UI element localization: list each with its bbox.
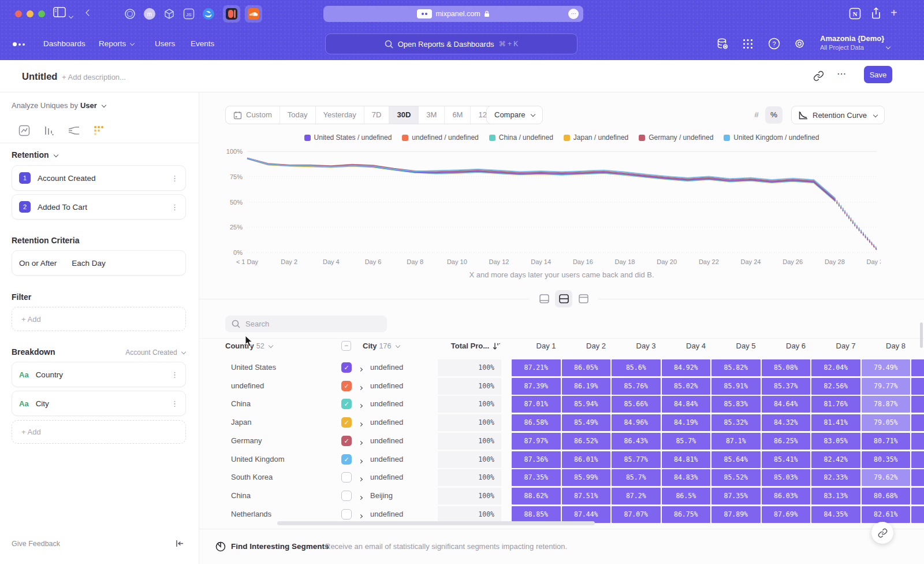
column-day-3[interactable]: Day 3 xyxy=(612,342,661,350)
retention-cell-partial[interactable] xyxy=(911,414,924,431)
legend-item[interactable]: Germany / undefined xyxy=(639,133,713,142)
retention-cell-day-2[interactable]: 86.19% xyxy=(562,378,611,395)
close-window-button[interactable] xyxy=(15,10,22,17)
table-row[interactable]: South Koreaundefined100%87.35%85.99%85.7… xyxy=(199,469,924,486)
percent-toggle[interactable]: % xyxy=(765,106,783,124)
retention-step-2[interactable]: 2 Added To Cart ⋮ xyxy=(12,194,186,220)
range-button-6m[interactable]: 6M xyxy=(444,106,470,124)
row-checkbox-checked[interactable]: ✓ xyxy=(341,417,352,428)
breakdown-city[interactable]: Aa City ⋮ xyxy=(12,391,186,416)
save-button[interactable]: Save xyxy=(864,66,892,83)
retention-cell-day-3[interactable]: 87.07% xyxy=(612,506,661,523)
kebab-menu-icon[interactable]: ⋮ xyxy=(171,203,178,212)
retention-criteria-card[interactable]: On or After Each Day xyxy=(12,250,186,276)
range-button-7d[interactable]: 7D xyxy=(364,106,389,124)
favicon-timer-icon[interactable] xyxy=(122,6,137,21)
absolute-numbers-toggle[interactable]: # xyxy=(748,106,765,124)
favicon-m-icon[interactable]: m xyxy=(142,6,157,21)
split-view-button[interactable] xyxy=(555,290,572,307)
expand-chevron-icon[interactable] xyxy=(359,474,362,484)
retention-cell-partial[interactable] xyxy=(911,506,924,523)
range-button-today[interactable]: Today xyxy=(280,106,315,124)
retention-cell-day-8[interactable]: 79.05% xyxy=(862,414,911,431)
address-bar[interactable]: mixpanel.com ⋯ xyxy=(323,6,583,22)
retention-cell-day-7[interactable]: 81.76% xyxy=(811,396,860,413)
notion-extension-icon[interactable]: N xyxy=(849,8,861,22)
retention-cell-day-4[interactable]: 84.81% xyxy=(662,451,711,468)
row-checkbox-unchecked[interactable] xyxy=(341,491,352,501)
retention-cell-day-7[interactable]: 81.41% xyxy=(811,414,860,431)
column-day-6[interactable]: Day 6 xyxy=(762,342,811,350)
copy-link-icon[interactable] xyxy=(813,70,824,84)
project-switcher[interactable]: Amazonia {Demo} All Project Data xyxy=(820,34,884,51)
table-row[interactable]: Japan✓undefined100%86.58%85.49%84.96%84.… xyxy=(199,414,924,431)
page-options-icon[interactable]: ⋯ xyxy=(568,9,579,19)
breakdown-country[interactable]: Aa Country ⋮ xyxy=(12,362,186,387)
retention-cell-partial[interactable] xyxy=(911,469,924,486)
expand-chevron-icon[interactable] xyxy=(359,437,362,448)
retention-cell-day-4[interactable]: 85.02% xyxy=(662,378,711,395)
kebab-menu-icon[interactable]: ⋮ xyxy=(171,370,178,379)
table-row[interactable]: ChinaBeijing100%88.62%87.51%87.2%86.5%87… xyxy=(199,488,924,504)
retention-cell-day-8[interactable]: 82.61% xyxy=(862,506,911,523)
retention-cell-day-7[interactable]: 84.35% xyxy=(811,506,860,523)
new-tab-button[interactable]: + xyxy=(891,6,897,20)
retention-cell-day-8[interactable]: 80.71% xyxy=(862,433,911,450)
give-feedback-link[interactable]: Give Feedback xyxy=(12,540,60,548)
retention-cell-day-8[interactable]: 79.49% xyxy=(862,359,911,376)
retention-cell-day-6[interactable]: 87.69% xyxy=(762,506,811,523)
row-checkbox-checked[interactable]: ✓ xyxy=(341,454,352,465)
range-button-custom[interactable]: Custom xyxy=(226,106,280,124)
retention-cell-day-7[interactable]: 82.42% xyxy=(811,451,860,468)
retention-cell-day-1[interactable]: 87.39% xyxy=(512,378,561,395)
retention-cell-day-6[interactable]: 85.03% xyxy=(762,469,811,486)
retention-cell-day-5[interactable]: 85.52% xyxy=(711,469,761,486)
table-only-view-button[interactable] xyxy=(575,290,592,307)
back-button[interactable] xyxy=(87,8,91,18)
chart-type-selector[interactable]: Retention Curve xyxy=(791,106,885,124)
retention-cell-partial[interactable] xyxy=(911,396,924,413)
retention-cell-day-3[interactable]: 85.7% xyxy=(612,469,661,486)
retention-cell-partial[interactable] xyxy=(911,359,924,376)
tab-retention[interactable] xyxy=(91,123,107,139)
expand-chevron-icon[interactable] xyxy=(359,364,362,374)
retention-cell-day-6[interactable]: 86.03% xyxy=(762,488,811,504)
retention-cell-day-6[interactable]: 85.37% xyxy=(762,378,811,395)
criteria-mode[interactable]: On or After xyxy=(19,259,57,268)
retention-step-1[interactable]: 1 Account Created ⋮ xyxy=(12,165,186,191)
retention-cell-day-2[interactable]: 85.49% xyxy=(562,414,611,431)
tab-insights[interactable] xyxy=(16,123,32,139)
data-management-icon[interactable] xyxy=(716,38,729,53)
retention-cell-day-1[interactable]: 88.85% xyxy=(512,506,561,523)
row-checkbox-checked[interactable]: ✓ xyxy=(341,399,352,409)
settings-gear-icon[interactable] xyxy=(793,38,806,52)
row-checkbox-unchecked[interactable] xyxy=(341,472,352,483)
column-day-4[interactable]: Day 4 xyxy=(662,342,711,350)
expand-chevron-icon[interactable] xyxy=(359,511,362,521)
expand-chevron-icon[interactable] xyxy=(359,400,362,411)
analyze-uniques-row[interactable]: Analyze Uniques byUser xyxy=(12,101,106,110)
legend-item[interactable]: China / undefined xyxy=(489,133,553,142)
retention-cell-day-6[interactable]: 85.41% xyxy=(762,451,811,468)
retention-cell-day-4[interactable]: 84.84% xyxy=(662,396,711,413)
retention-cell-day-8[interactable]: 79.62% xyxy=(862,469,911,486)
column-day-7[interactable]: Day 7 xyxy=(811,342,860,350)
retention-cell-day-2[interactable]: 85.99% xyxy=(562,469,611,486)
row-checkbox-checked[interactable]: ✓ xyxy=(341,381,352,391)
retention-cell-day-1[interactable]: 87.21% xyxy=(512,359,561,376)
column-day-2[interactable]: Day 2 xyxy=(562,342,611,350)
column-city[interactable]: City176 xyxy=(363,342,400,350)
retention-cell-day-3[interactable]: 85.76% xyxy=(612,378,661,395)
share-icon[interactable] xyxy=(870,7,882,22)
retention-cell-day-7[interactable]: 82.33% xyxy=(811,469,860,486)
retention-cell-day-6[interactable]: 84.32% xyxy=(762,414,811,431)
nav-users[interactable]: Users xyxy=(155,28,175,60)
add-filter-button[interactable]: + Add xyxy=(12,307,186,331)
favicon-js-icon[interactable]: JS xyxy=(181,6,196,21)
expand-chevron-icon[interactable] xyxy=(359,419,362,429)
favicon-active-logo-icon[interactable] xyxy=(223,5,240,23)
retention-cell-day-6[interactable]: 86.25% xyxy=(762,433,811,450)
retention-cell-day-7[interactable]: 82.56% xyxy=(811,378,860,395)
kebab-menu-icon[interactable]: ⋮ xyxy=(171,399,178,408)
retention-cell-partial[interactable] xyxy=(911,433,924,450)
